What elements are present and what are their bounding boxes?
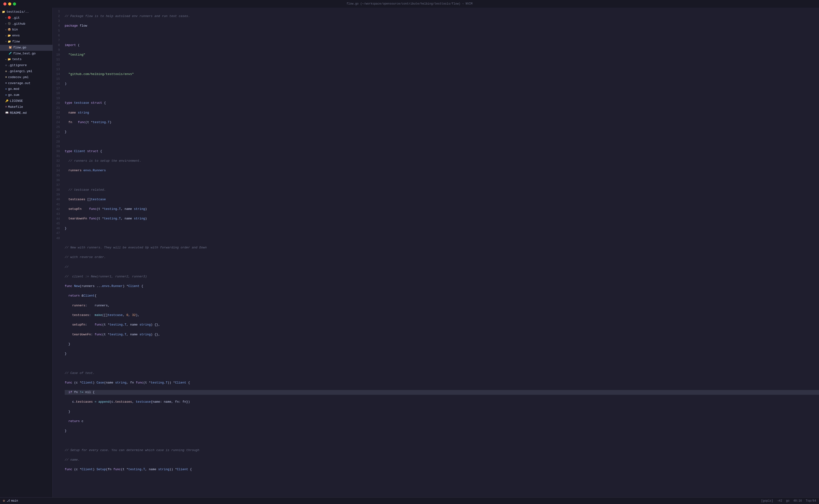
statusbar: ⊙ ⎇ main [gopls] →#2 go 40:16 Top/84 <box>0 497 819 504</box>
main-area: 📁 testtools/.. ▸ 🔴 .git ▸ ⚫ .github ▸ 📦 … <box>0 8 819 497</box>
code-area[interactable]: 12345 678910 1112131415 1617181920 21222… <box>53 8 819 497</box>
sidebar-item-tests[interactable]: ▸ 📂 tests <box>0 57 52 63</box>
sidebar-label-gitignore: .gitignore <box>8 63 27 68</box>
chevron-down-icon: ▾ <box>5 40 7 44</box>
branch-name: main <box>11 499 18 503</box>
sidebar-label-codecov: codecov.yml <box>8 75 29 80</box>
sidebar-item-coverage[interactable]: ≡ coverage.out <box>0 80 52 86</box>
sidebar-label-bin: bin <box>12 27 18 32</box>
yaml-icon: ⚙ <box>5 69 7 74</box>
bin-icon: 📦 <box>8 28 11 32</box>
sidebar-label-flow-test-go: flow_test.go <box>13 51 36 56</box>
sidebar-item-codecov[interactable]: ⚙ codecov.yml <box>0 74 52 80</box>
codecov-icon: ⚙ <box>5 75 7 80</box>
tests-icon: 📂 <box>8 57 11 62</box>
maximize-button[interactable] <box>13 2 16 6</box>
sidebar-item-readme[interactable]: 📖 README.md <box>0 110 52 116</box>
chevron-right-icon: ▸ <box>5 16 7 20</box>
gosum-icon: ≡ <box>5 93 7 97</box>
sidebar-label-gosum: go.sum <box>8 93 19 98</box>
sidebar-item-flow-go[interactable]: 🐹 flow.go <box>0 45 52 51</box>
info-label: →#2 <box>777 499 782 503</box>
sidebar-item-golangci[interactable]: ⚙ .golangci.yml <box>0 69 52 74</box>
sidebar-item-bin[interactable]: ▸ 📦 bin <box>0 27 52 33</box>
camera-icon: ⊙ <box>3 499 5 503</box>
chevron-right-icon: ▸ <box>5 58 7 62</box>
readme-icon: 📖 <box>5 111 9 115</box>
chevron-right-icon: ▸ <box>5 34 7 38</box>
status-right: [gopls] →#2 go 40:16 Top/84 <box>761 499 816 503</box>
sidebar-item-root[interactable]: 📁 testtools/.. <box>0 9 52 15</box>
git-branch: ⎇ main <box>7 499 18 503</box>
sidebar-label-license: LICENSE <box>10 99 23 104</box>
sidebar-item-flow[interactable]: ▾ 📁 flow <box>0 39 52 45</box>
code-editor: 12345 678910 1112131415 1617181920 21222… <box>53 8 819 497</box>
sidebar-label-golangci: .golangci.yml <box>8 69 32 74</box>
window-title: flow.go (~/workspace/opensource/contribu… <box>346 2 473 6</box>
sidebar-label-flow: flow <box>12 39 20 44</box>
minimize-button[interactable] <box>8 2 11 6</box>
cursor-position: 40:16 <box>793 499 802 503</box>
sidebar-label-readme: README.md <box>10 111 27 116</box>
gitignore-icon: ⚙ <box>5 63 7 68</box>
code-content: // Package flow is to help autoload env … <box>63 8 819 497</box>
makefile-icon: ≡ <box>5 105 7 109</box>
sidebar-label-tests: tests <box>12 57 22 62</box>
status-left: ⊙ ⎇ main <box>3 499 18 503</box>
sidebar-label-envs: envs <box>12 33 20 38</box>
sidebar-item-gitignore[interactable]: ⚙ .gitignore <box>0 63 52 69</box>
sidebar-label-flow-go: flow.go <box>13 45 26 50</box>
license-icon: 🔑 <box>5 99 9 103</box>
sidebar-label-makefile: Makefile <box>8 105 23 110</box>
branch-icon: ⎇ <box>7 499 10 503</box>
sidebar-root-label: testtools/.. <box>6 10 29 15</box>
line-numbers: 12345 678910 1112131415 1617181920 21222… <box>53 8 63 497</box>
file-tree: 📁 testtools/.. ▸ 🔴 .git ▸ ⚫ .github ▸ 📦 … <box>0 8 53 497</box>
github-icon: ⚫ <box>8 22 11 26</box>
folder-open-icon: 📁 <box>2 10 5 14</box>
sidebar-item-envs[interactable]: ▸ 📂 envs <box>0 33 52 39</box>
sidebar-item-makefile[interactable]: ≡ Makefile <box>0 104 52 110</box>
sidebar-label-gomod: go.mod <box>8 87 19 92</box>
traffic-lights <box>3 2 16 6</box>
sidebar-item-git[interactable]: ▸ 🔴 .git <box>0 15 52 21</box>
sidebar-label-coverage: coverage.out <box>8 81 31 86</box>
sidebar-label-git: .git <box>12 16 20 21</box>
coverage-icon: ≡ <box>5 81 7 86</box>
titlebar: flow.go (~/workspace/opensource/contribu… <box>0 0 819 8</box>
sidebar-label-github: .github <box>12 22 25 27</box>
gomod-icon: ≡ <box>5 87 7 92</box>
go-label: go <box>786 499 789 503</box>
sidebar-item-flow-test-go[interactable]: 🧪 flow_test.go <box>0 51 52 57</box>
sidebar-item-github[interactable]: ▸ ⚫ .github <box>0 21 52 27</box>
scroll-position: Top/84 <box>806 499 816 503</box>
close-button[interactable] <box>3 2 6 6</box>
flow-dir-icon: 📁 <box>8 40 11 44</box>
chevron-right-icon: ▸ <box>5 28 7 32</box>
go-file-icon: 🐹 <box>9 46 12 50</box>
sidebar-item-gomod[interactable]: ≡ go.mod <box>0 86 52 92</box>
go-test-icon: 🧪 <box>9 52 12 56</box>
sidebar-item-license[interactable]: 🔑 LICENSE <box>0 98 52 104</box>
git-icon: 🔴 <box>8 16 11 20</box>
lsp-label: [gopls] <box>761 499 773 503</box>
sidebar-item-gosum[interactable]: ≡ go.sum <box>0 92 52 98</box>
env-icon: 📂 <box>8 34 11 38</box>
chevron-right-icon: ▸ <box>5 22 7 26</box>
